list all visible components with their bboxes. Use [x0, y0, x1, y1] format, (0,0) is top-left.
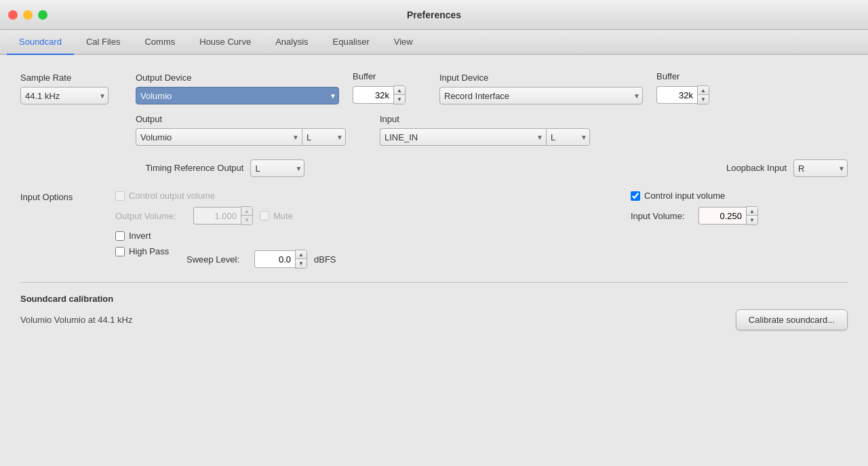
sample-rate-group: Sample Rate 44.1 kHz 48 kHz 96 kHz 192 k…: [20, 73, 108, 104]
output-device-channel-wrapper: Volumio ▼: [136, 128, 302, 146]
loopback-select-wrapper: L R ▼: [793, 159, 848, 177]
control-output-volume-checkbox[interactable]: [115, 191, 125, 201]
output-volume-input[interactable]: [193, 207, 241, 225]
control-output-volume-label: Control output volume: [129, 191, 215, 201]
input-buffer-input[interactable]: [656, 86, 697, 104]
sweep-level-spinner: ▲ ▼: [254, 250, 307, 269]
window-title: Preferences: [407, 9, 461, 20]
output-channel-group: Output Volumio ▼ L R ▼: [136, 114, 346, 146]
sweep-level-down-button[interactable]: ▼: [296, 259, 307, 268]
control-input-volume-label: Control input volume: [644, 191, 725, 201]
input-options-label-col: Input Options: [20, 191, 115, 202]
tabs-bar: Soundcard Cal Files Comms House Curve An…: [0, 30, 868, 55]
input-buffer-group: Buffer ▲ ▼: [656, 71, 709, 104]
timing-ref-select[interactable]: L R: [250, 159, 304, 177]
input-device-group: Input Device Record Interface ▼: [439, 73, 643, 104]
input-options-right: Control input volume Input Volume: ▲ ▼: [631, 191, 848, 225]
output-device-channel-select[interactable]: Volumio: [136, 128, 302, 146]
input-volume-up-button[interactable]: ▲: [747, 207, 757, 216]
title-bar: Preferences: [0, 0, 868, 30]
calibrate-soundcard-button[interactable]: Calibrate soundcard...: [736, 309, 848, 330]
loopback-select[interactable]: L R: [793, 159, 848, 177]
input-buffer-spinner: ▲ ▼: [656, 85, 709, 104]
soundcard-panel: Sample Rate 44.1 kHz 48 kHz 96 kHz 192 k…: [0, 55, 868, 347]
mute-label: Mute: [273, 211, 293, 221]
invert-checkbox[interactable]: [115, 231, 125, 241]
input-options-middle: Control output volume Output Volume: ▲ ▼…: [115, 191, 631, 269]
sweep-level-spinner-buttons: ▲ ▼: [295, 250, 307, 269]
output-volume-down-button[interactable]: ▼: [241, 216, 252, 225]
tab-view[interactable]: View: [382, 30, 425, 55]
input-channel-group: Input LINE_IN ▼ L R ▼: [380, 114, 590, 146]
soundcard-cal-title: Soundcard calibration: [20, 294, 848, 304]
input-volume-spinner: ▲ ▼: [698, 206, 758, 225]
input-buffer-spinner-buttons: ▲ ▼: [697, 85, 709, 104]
sample-rate-select-wrapper: 44.1 kHz 48 kHz 96 kHz 192 kHz ▼: [20, 87, 108, 104]
input-channel-select[interactable]: L R: [546, 128, 590, 146]
window-controls: [8, 10, 47, 20]
sweep-level-up-button[interactable]: ▲: [296, 250, 307, 259]
input-buffer-down-button[interactable]: ▼: [698, 95, 709, 104]
control-input-volume-checkbox[interactable]: [631, 191, 640, 201]
output-device-select[interactable]: Volumio: [136, 87, 339, 104]
mute-checkbox[interactable]: [260, 211, 269, 220]
minimize-button[interactable]: [23, 10, 33, 20]
input-options-label: Input Options: [20, 192, 73, 202]
tab-comms[interactable]: Comms: [132, 30, 187, 55]
tab-equaliser[interactable]: Equaliser: [321, 30, 382, 55]
input-options-section: Input Options Control output volume Outp…: [20, 191, 848, 269]
high-pass-checkbox[interactable]: [115, 247, 125, 256]
output-buffer-group: Buffer ▲ ▼: [353, 71, 406, 104]
timing-ref-label: Timing Reference Output: [146, 163, 244, 173]
output-channel-select-wrapper: L R ▼: [302, 128, 346, 146]
timing-row: Timing Reference Output L R ▼ Loopback I…: [20, 159, 848, 177]
output-buffer-up-button[interactable]: ▲: [394, 86, 405, 95]
tab-house-curve[interactable]: House Curve: [187, 30, 263, 55]
close-button[interactable]: [8, 10, 18, 20]
output-channel-select[interactable]: L R: [302, 128, 346, 146]
input-controls: LINE_IN ▼ L R ▼: [380, 128, 590, 146]
sweep-level-label: Sweep Level:: [186, 254, 248, 265]
input-volume-down-button[interactable]: ▼: [747, 216, 757, 225]
input-volume-spinner-buttons: ▲ ▼: [746, 206, 758, 225]
input-volume-input[interactable]: [698, 207, 746, 225]
output-controls: Volumio ▼ L R ▼: [136, 128, 346, 146]
input-label: Input: [380, 114, 590, 124]
input-line-select[interactable]: LINE_IN: [380, 128, 546, 146]
output-volume-row: Output Volume: ▲ ▼ Mute: [115, 206, 631, 225]
output-volume-spinner-buttons: ▲ ▼: [241, 206, 253, 225]
output-volume-spinner: ▲ ▼: [193, 206, 253, 225]
output-device-label: Output Device: [136, 73, 339, 83]
maximize-button[interactable]: [38, 10, 47, 20]
sample-rate-select[interactable]: 44.1 kHz 48 kHz 96 kHz 192 kHz: [20, 87, 108, 104]
output-buffer-label: Buffer: [353, 71, 406, 81]
output-volume-label: Output Volume:: [115, 211, 186, 221]
high-pass-label: High Pass: [129, 246, 169, 256]
input-channel-select-wrapper: L R ▼: [546, 128, 590, 146]
tab-analysis[interactable]: Analysis: [263, 30, 320, 55]
input-volume-label: Input Volume:: [631, 211, 692, 221]
input-buffer-label: Buffer: [656, 71, 709, 81]
output-buffer-spinner-buttons: ▲ ▼: [393, 85, 406, 104]
tab-soundcard[interactable]: Soundcard: [7, 30, 74, 55]
soundcard-cal-row: Volumio Volumio at 44.1 kHz Calibrate so…: [20, 309, 848, 330]
input-buffer-up-button[interactable]: ▲: [698, 86, 709, 95]
sample-rate-label: Sample Rate: [20, 73, 108, 83]
output-volume-up-button[interactable]: ▲: [241, 207, 252, 216]
soundcard-calibration-section: Soundcard calibration Volumio Volumio at…: [20, 282, 848, 330]
invert-row: Invert: [115, 231, 631, 241]
control-input-volume-row: Control input volume: [631, 191, 848, 201]
input-device-select-wrapper: Record Interface ▼: [439, 87, 643, 104]
output-device-group: Output Device Volumio ▼: [136, 73, 339, 104]
output-buffer-input[interactable]: [353, 86, 393, 104]
output-device-select-wrapper: Volumio ▼: [136, 87, 339, 104]
input-device-select[interactable]: Record Interface: [439, 87, 643, 104]
output-buffer-down-button[interactable]: ▼: [394, 95, 405, 104]
sweep-level-input[interactable]: [254, 250, 295, 268]
timing-ref-select-wrapper: L R ▼: [250, 159, 304, 177]
output-buffer-spinner: ▲ ▼: [353, 85, 406, 104]
input-device-label: Input Device: [439, 73, 643, 83]
input-volume-row: Input Volume: ▲ ▼: [631, 206, 848, 225]
tab-cal-files[interactable]: Cal Files: [74, 30, 133, 55]
control-output-volume-row: Control output volume: [115, 191, 631, 201]
